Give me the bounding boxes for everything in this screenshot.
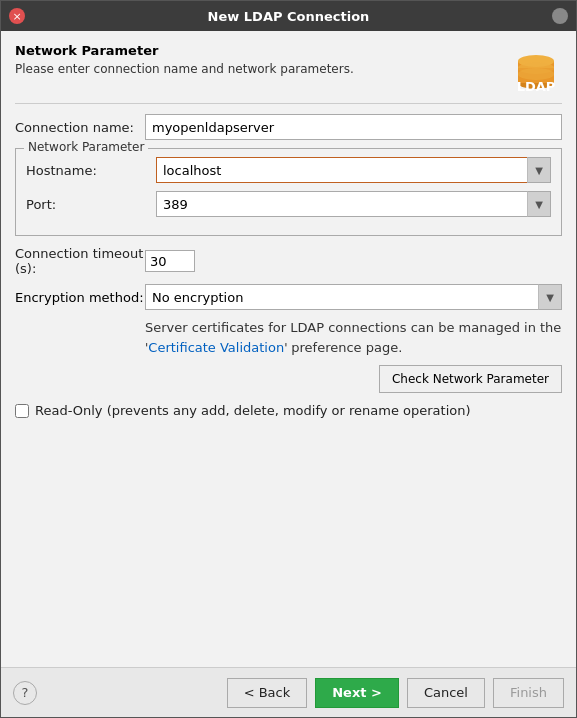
titlebar-controls[interactable]: × bbox=[9, 8, 25, 24]
content-spacer bbox=[15, 428, 562, 667]
timeout-input[interactable] bbox=[145, 250, 195, 272]
check-network-container: Check Network Parameter bbox=[15, 365, 562, 393]
window-title: New LDAP Connection bbox=[25, 9, 552, 24]
encryption-row: Encryption method: No encryption SSL/TLS… bbox=[15, 284, 562, 310]
hostname-select[interactable]: localhost bbox=[156, 157, 551, 183]
hostname-row: Hostname: localhost ▼ bbox=[26, 157, 551, 183]
hostname-wrapper: localhost ▼ bbox=[156, 157, 551, 183]
timeout-label: Connection timeout (s): bbox=[15, 246, 145, 276]
titlebar: × New LDAP Connection □ bbox=[1, 1, 576, 31]
port-select[interactable]: 389 bbox=[156, 191, 551, 217]
ldap-icon: LDAP bbox=[510, 43, 562, 95]
cert-note: Server certificates for LDAP connections… bbox=[145, 318, 562, 357]
readonly-row: Read-Only (prevents any add, delete, mod… bbox=[15, 403, 562, 418]
network-group-legend: Network Parameter bbox=[24, 140, 148, 154]
cancel-button[interactable]: Cancel bbox=[407, 678, 485, 708]
readonly-label[interactable]: Read-Only (prevents any add, delete, mod… bbox=[35, 403, 471, 418]
connection-name-input[interactable] bbox=[145, 114, 562, 140]
cert-link[interactable]: Certificate Validation bbox=[148, 340, 284, 355]
readonly-checkbox[interactable] bbox=[15, 404, 29, 418]
connection-name-label: Connection name: bbox=[15, 120, 145, 135]
connection-name-row: Connection name: bbox=[15, 114, 562, 140]
next-button[interactable]: Next > bbox=[315, 678, 399, 708]
titlebar-right-controls: □ bbox=[552, 8, 568, 24]
bottom-bar: ? < Back Next > Cancel Finish bbox=[1, 667, 576, 717]
timeout-row: Connection timeout (s): bbox=[15, 246, 562, 276]
cert-note-after: preference page. bbox=[291, 340, 402, 355]
header-section: Network Parameter Please enter connectio… bbox=[15, 43, 562, 95]
header-divider bbox=[15, 103, 562, 104]
check-network-button[interactable]: Check Network Parameter bbox=[379, 365, 562, 393]
port-wrapper: 389 ▼ bbox=[156, 191, 551, 217]
window: × New LDAP Connection □ Network Paramete… bbox=[0, 0, 577, 718]
back-button[interactable]: < Back bbox=[227, 678, 308, 708]
close-button[interactable]: × bbox=[9, 8, 25, 24]
maximize-button[interactable]: □ bbox=[552, 8, 568, 24]
page-description: Please enter connection name and network… bbox=[15, 62, 510, 76]
network-parameter-group: Network Parameter Hostname: localhost ▼ … bbox=[15, 148, 562, 236]
encryption-label: Encryption method: bbox=[15, 290, 145, 305]
help-button[interactable]: ? bbox=[13, 681, 37, 705]
port-label: Port: bbox=[26, 197, 156, 212]
dialog-content: Network Parameter Please enter connectio… bbox=[1, 31, 576, 667]
header-text: Network Parameter Please enter connectio… bbox=[15, 43, 510, 76]
encryption-select[interactable]: No encryption SSL/TLS StartTLS bbox=[145, 284, 562, 310]
port-row: Port: 389 ▼ bbox=[26, 191, 551, 217]
page-title: Network Parameter bbox=[15, 43, 510, 58]
finish-button[interactable]: Finish bbox=[493, 678, 564, 708]
encryption-wrapper: No encryption SSL/TLS StartTLS ▼ bbox=[145, 284, 562, 310]
svg-text:LDAP: LDAP bbox=[517, 79, 556, 94]
cert-note-before: Server certificates for LDAP connections… bbox=[145, 320, 561, 335]
hostname-label: Hostname: bbox=[26, 163, 156, 178]
